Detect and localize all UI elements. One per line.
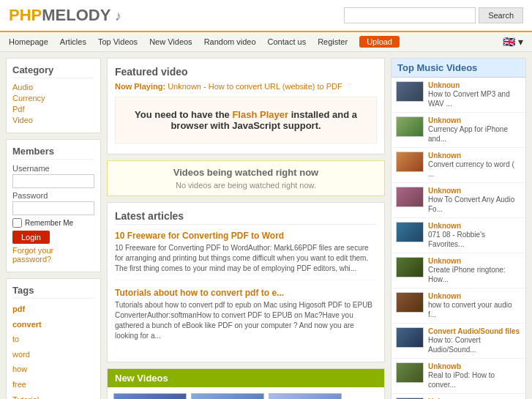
logo: PHPMELODY ♪ xyxy=(9,6,121,25)
music-item: Unknown Convert currency to word ( ... xyxy=(391,148,525,183)
music-thumb-9[interactable] xyxy=(396,362,424,383)
category-title: Category xyxy=(12,64,94,78)
remember-label: Remember Me xyxy=(25,219,73,227)
music-info-3: Unknown Convert currency to word ( ... xyxy=(428,152,521,179)
remember-row: Remember Me xyxy=(12,218,94,228)
music-item: Unknowb Real to iPod: How to conver... xyxy=(391,359,525,394)
left-sidebar: Category Audio Currency Pdf Video Member… xyxy=(6,58,101,399)
username-label: Username xyxy=(12,164,94,173)
music-name-4: Unknown xyxy=(428,187,521,195)
login-button[interactable]: Login xyxy=(12,231,50,244)
category-video[interactable]: Video xyxy=(12,116,94,124)
video-thumb-1[interactable] xyxy=(113,393,187,399)
nav-random-video[interactable]: Random video xyxy=(204,37,256,46)
nav-new-videos[interactable]: New Videos xyxy=(149,37,192,46)
center-content: Featured video Now Playing: Unknown - Ho… xyxy=(107,58,385,399)
music-list: Unknoun How to Convert MP3 and WAV ... U… xyxy=(391,78,525,399)
category-currency[interactable]: Currency xyxy=(12,94,94,102)
nav-register[interactable]: Register xyxy=(318,37,348,46)
music-item: Unknown 071 08 - Robbie's Favorites... xyxy=(391,218,525,253)
flash-message: You need to have the Flash Player instal… xyxy=(115,97,377,143)
music-thumb-5[interactable] xyxy=(396,222,424,242)
article-link-1[interactable]: 10 Freeware for Converting PDF to Word xyxy=(115,231,284,241)
password-input[interactable] xyxy=(12,201,94,215)
now-playing-text: Unknown - How to convert URL (website) t… xyxy=(168,82,342,91)
right-sidebar: Top Music Videos Unknoun How to Convert … xyxy=(391,58,526,399)
video-thumb-3[interactable] xyxy=(269,393,342,399)
music-title-8: How to: Convert Audio/Sound... xyxy=(428,335,521,354)
music-item: Convert Audio/Sound files How to: Conver… xyxy=(391,324,525,359)
video-thumb-2[interactable] xyxy=(191,393,264,399)
tag-convert[interactable]: convert xyxy=(12,318,94,332)
article-text-2: Tutorials about how to convert pdf to ep… xyxy=(115,300,377,341)
music-item: Unknown Convert PowerPoint file (PP... xyxy=(391,394,525,399)
tag-pdf[interactable]: pdf xyxy=(12,303,94,316)
tags-box: Tags pdf convert to word how free Tutori… xyxy=(6,278,101,399)
watched-message: No videos are being watched right now. xyxy=(113,181,378,190)
new-videos-content xyxy=(108,387,384,399)
logo-note: ♪ xyxy=(115,9,121,23)
search-button[interactable]: Search xyxy=(479,7,523,23)
tag-tutorial[interactable]: Tutorial xyxy=(12,394,94,399)
username-input[interactable] xyxy=(12,174,94,188)
article-item: Tutorials about how to convert pdf to e.… xyxy=(115,288,377,347)
music-item: Unknown Create iPhone ringtone: How... xyxy=(391,253,525,288)
tag-free[interactable]: free xyxy=(12,379,94,392)
tag-to[interactable]: to xyxy=(12,333,94,346)
music-title-1: How to Convert MP3 and WAV ... xyxy=(428,89,521,108)
music-thumb-1[interactable] xyxy=(396,81,424,102)
tag-word[interactable]: word xyxy=(12,348,94,362)
category-box: Category Audio Currency Pdf Video xyxy=(6,58,101,133)
flag-icon: 🇬🇧 ▾ xyxy=(503,36,523,48)
music-item: Unknown how to convert your audio f... xyxy=(391,288,525,324)
music-thumb-6[interactable] xyxy=(396,257,424,277)
category-audio[interactable]: Audio xyxy=(12,83,94,92)
music-item: Unknoun How to Convert MP3 and WAV ... xyxy=(391,78,525,113)
music-info-2: Unknown Currency App for iPhone and... xyxy=(428,116,521,143)
music-title-3: Convert currency to word ( ... xyxy=(428,160,521,179)
music-name-9: Unknowb xyxy=(428,362,521,370)
music-thumb-7[interactable] xyxy=(396,292,424,313)
music-title-6: Create iPhone ringtone: How... xyxy=(428,265,521,284)
articles-box: Latest articles 10 Freeware for Converti… xyxy=(107,202,385,362)
nav-upload[interactable]: Upload xyxy=(359,36,400,48)
forgot-password-link[interactable]: Forgot your password? xyxy=(12,246,94,264)
article-text-1: 10 Freeware for Converting PDF to WordAu… xyxy=(115,243,377,274)
featured-title: Featured video xyxy=(115,66,377,78)
music-thumb-8[interactable] xyxy=(396,327,424,348)
nav-articles[interactable]: Articles xyxy=(60,37,86,46)
music-title-2: Currency App for iPhone and... xyxy=(428,124,521,143)
music-name-7: Unknown xyxy=(428,292,521,300)
music-thumb-2[interactable] xyxy=(396,116,424,137)
music-name-5: Unknown xyxy=(428,222,521,230)
nav-contact-us[interactable]: Contact us xyxy=(268,37,307,46)
music-title-9: Real to iPod: How to conver... xyxy=(428,370,521,389)
tags-title: Tags xyxy=(12,285,94,299)
top-music-box: Top Music Videos Unknoun How to Convert … xyxy=(391,58,526,399)
article-link-2[interactable]: Tutorials about how to convert pdf to e.… xyxy=(115,288,284,298)
logo-php: PHP xyxy=(9,6,42,24)
now-playing-label: Now Playing: xyxy=(115,82,165,91)
flash-link[interactable]: Flash Player xyxy=(232,109,288,120)
music-title-7: how to convert your audio f... xyxy=(428,300,521,319)
music-info-1: Unknoun How to Convert MP3 and WAV ... xyxy=(428,81,521,108)
music-thumb-3[interactable] xyxy=(396,152,424,172)
tag-how[interactable]: how xyxy=(12,363,94,376)
remember-checkbox[interactable] xyxy=(12,218,22,228)
nav-homepage[interactable]: Homepage xyxy=(9,37,48,46)
category-pdf[interactable]: Pdf xyxy=(12,105,94,113)
watched-box: Videos being watched right now No videos… xyxy=(107,160,385,196)
articles-title: Latest articles xyxy=(115,210,377,225)
music-info-5: Unknown 071 08 - Robbie's Favorites... xyxy=(428,222,521,249)
new-videos-box: New Videos xyxy=(107,368,385,399)
nav-top-videos[interactable]: Top Videos xyxy=(98,37,138,46)
music-name-6: Unknown xyxy=(428,257,521,265)
search-input[interactable] xyxy=(344,7,476,23)
music-thumb-4[interactable] xyxy=(396,187,424,207)
music-info-6: Unknown Create iPhone ringtone: How... xyxy=(428,257,521,284)
music-title-4: How To Convert Any Audio Fo... xyxy=(428,195,521,214)
music-title-5: 071 08 - Robbie's Favorites... xyxy=(428,230,521,249)
password-label: Password xyxy=(12,191,94,200)
article-item: 10 Freeware for Converting PDF to Word 1… xyxy=(115,231,377,280)
music-info-7: Unknown how to convert your audio f... xyxy=(428,292,521,319)
